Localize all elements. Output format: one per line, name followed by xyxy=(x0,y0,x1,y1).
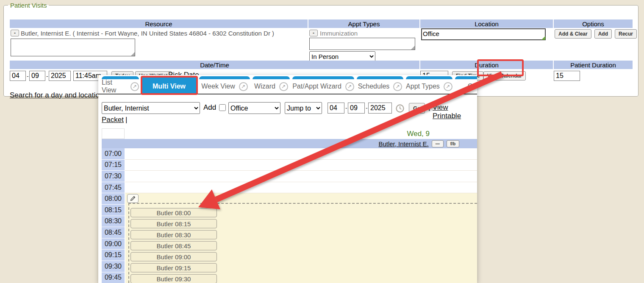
go-button[interactable]: Go xyxy=(409,103,425,114)
recur-button[interactable]: Recur xyxy=(615,29,637,39)
options-buttons: Add & Clear Add Recur xyxy=(555,29,637,39)
edit-icon xyxy=(130,196,136,201)
search-day-location-link[interactable]: Search for a day and location xyxy=(10,91,103,100)
patient-duration-input[interactable] xyxy=(554,71,580,81)
open-in-new-icon[interactable]: ↗ xyxy=(130,82,139,91)
resource-remove-button[interactable]: - xyxy=(11,30,19,36)
time-gutter-corner xyxy=(102,128,125,139)
day-input[interactable] xyxy=(29,71,45,81)
time-label: 08:45 xyxy=(102,227,125,239)
clock-icon[interactable] xyxy=(395,104,405,115)
separator: | xyxy=(428,103,430,112)
slot-cell[interactable] xyxy=(125,182,477,194)
add-resource-label: Add xyxy=(203,103,216,112)
free-busy-button[interactable]: f/b xyxy=(447,140,459,147)
open-in-new-icon[interactable]: ↗ xyxy=(345,82,354,91)
view-tabbar: List View ↗ Multi View Week View ↗ Wizar… xyxy=(98,75,477,94)
time-label: 08:15 xyxy=(102,205,125,216)
calendar-day-input[interactable] xyxy=(348,103,365,114)
appt-search-input[interactable] xyxy=(309,38,415,50)
date-separator: - xyxy=(27,73,29,80)
view-printable-packet-link[interactable]: View Printable xyxy=(433,103,477,120)
open-in-new-icon[interactable]: ↗ xyxy=(444,82,452,91)
appt-selected-text: Immunization xyxy=(320,30,358,37)
datetime-header: Date/Time xyxy=(10,61,419,69)
slot-button[interactable]: Butler 09:15 xyxy=(130,263,217,272)
tab-wizard[interactable]: Wizard ↗ xyxy=(253,76,290,94)
time-label: 09:00 xyxy=(102,239,125,250)
view-printable-packet-link[interactable]: Packet xyxy=(102,116,124,124)
time-row: 07:45 xyxy=(102,182,477,194)
month-input[interactable] xyxy=(10,71,26,81)
calendar-month-input[interactable] xyxy=(328,103,344,114)
resize-grip-icon[interactable] xyxy=(411,46,415,50)
slot-button[interactable]: Butler 09:30 xyxy=(130,274,217,283)
year-input[interactable] xyxy=(49,71,71,81)
resource-header: Resource xyxy=(10,19,308,28)
slot-cell[interactable] xyxy=(125,171,477,182)
options-header: Options xyxy=(554,19,633,28)
resize-grip-icon[interactable] xyxy=(131,52,135,56)
tab-calendar[interactable]: Ca xyxy=(455,76,477,94)
time-label: 07:30 xyxy=(102,171,125,182)
resource-search-wrap xyxy=(11,39,135,56)
tab-label: Wizard xyxy=(254,83,275,90)
resource-search-input[interactable] xyxy=(11,39,135,56)
tab-pat-appt-wizard[interactable]: Pat/Appt Wizard ↗ xyxy=(292,76,354,94)
open-in-new-icon[interactable]: ↗ xyxy=(279,82,288,91)
appointment-block: Butler 08:00 Butler 08:15 Butler 08:30 B… xyxy=(128,203,477,283)
add-and-clear-button[interactable]: Add & Clear xyxy=(555,29,591,39)
appt-remove-button[interactable]: - xyxy=(309,30,318,36)
time-label: 08:30 xyxy=(102,216,125,228)
page: Patient Visits Resource Appt Types Locat… xyxy=(0,0,644,283)
edit-slot-button[interactable] xyxy=(127,194,139,203)
view-calendar-button[interactable]: View Calendar xyxy=(483,71,526,80)
slot-cell[interactable] xyxy=(125,160,477,171)
resize-grip-icon[interactable] xyxy=(541,36,545,40)
tab-week-view[interactable]: Week View ↗ xyxy=(199,76,250,94)
time-label: 09:45 xyxy=(102,272,125,283)
jump-to-select[interactable]: Jump to xyxy=(285,102,322,114)
resource-band: Butler, Internist E. — f/b xyxy=(102,139,477,148)
location-input[interactable]: Office xyxy=(421,28,546,40)
tab-label: Schedules xyxy=(358,83,390,90)
add-button[interactable]: Add xyxy=(594,29,612,39)
panel-legend: Patient Visits xyxy=(8,2,49,9)
slot-button[interactable]: Butler 08:30 xyxy=(130,230,217,239)
collapse-column-button[interactable]: — xyxy=(432,140,444,147)
slot-button[interactable]: Butler 08:15 xyxy=(130,219,217,228)
resource-filter-select[interactable]: Butler, Internist xyxy=(102,102,200,114)
tab-label: Week View xyxy=(201,83,235,90)
time-label: 07:00 xyxy=(102,148,125,160)
time-label: 09:30 xyxy=(102,261,125,272)
location-wrap: Office xyxy=(421,28,546,40)
calendar-year-input[interactable] xyxy=(368,103,392,114)
time-label: 07:45 xyxy=(102,182,125,194)
time-label: 07:15 xyxy=(102,160,125,171)
tab-appt-types[interactable]: Appt Types ↗ xyxy=(406,76,452,94)
calendar-toolbar: Butler, Internist Add Office Jump to - -… xyxy=(98,101,477,128)
patient-duration-header: Patient Duration xyxy=(554,61,633,69)
calendar-resource-link[interactable]: Butler, Internist E. xyxy=(378,140,428,147)
slot-button[interactable]: Butler 08:45 xyxy=(130,241,217,250)
tab-label: Pat/Appt Wizard xyxy=(292,83,341,90)
slot-cell[interactable] xyxy=(125,148,477,160)
tab-label: List View xyxy=(102,79,127,94)
tab-list-view[interactable]: List View ↗ xyxy=(102,76,139,94)
tab-label: Multi View xyxy=(153,83,186,90)
open-in-new-icon[interactable]: ↗ xyxy=(393,82,402,91)
day-header: Wed, 9 xyxy=(125,128,477,139)
tab-label: Ca xyxy=(468,83,476,90)
slot-button[interactable]: Butler 09:00 xyxy=(130,252,217,261)
location-header: Location xyxy=(420,19,553,28)
appt-search-wrap xyxy=(309,38,415,50)
location-filter-select[interactable]: Office xyxy=(228,102,280,114)
slot-button[interactable]: Butler 08:00 xyxy=(130,208,217,217)
tab-schedules[interactable]: Schedules ↗ xyxy=(357,76,403,94)
open-in-new-icon[interactable]: ↗ xyxy=(239,82,248,91)
date-separator: - xyxy=(345,105,347,111)
resource-selected-text: Butler, Internist E. ( Internist - Fort … xyxy=(21,30,274,37)
tab-multi-view[interactable]: Multi View xyxy=(142,76,197,94)
tab-label: Appt Types xyxy=(406,83,440,90)
add-resource-checkbox[interactable] xyxy=(219,104,226,111)
